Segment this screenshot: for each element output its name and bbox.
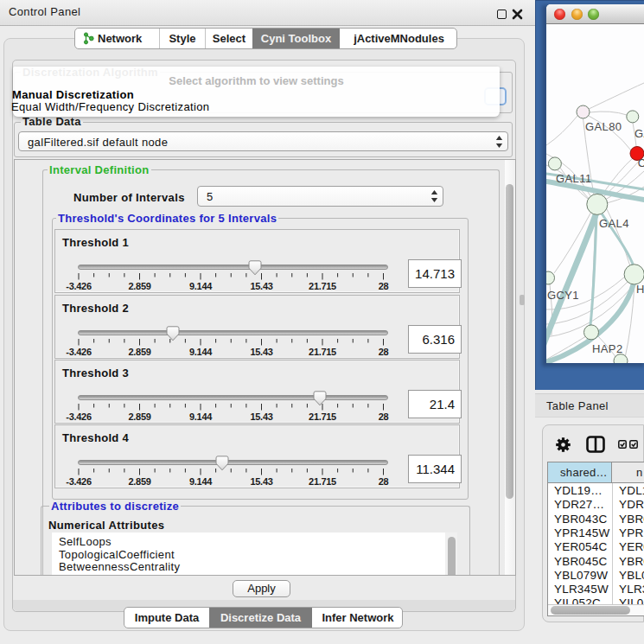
- svg-text:H: H: [636, 283, 644, 296]
- svg-text:GCY1: GCY1: [547, 289, 579, 302]
- svg-text:C: C: [638, 156, 644, 169]
- svg-text:GAL4: GAL4: [599, 217, 629, 230]
- svg-text:GA: GA: [634, 127, 644, 140]
- svg-text:HAP2: HAP2: [592, 342, 623, 355]
- svg-text:GAL80: GAL80: [585, 120, 622, 133]
- svg-text:GAL11: GAL11: [556, 172, 592, 185]
